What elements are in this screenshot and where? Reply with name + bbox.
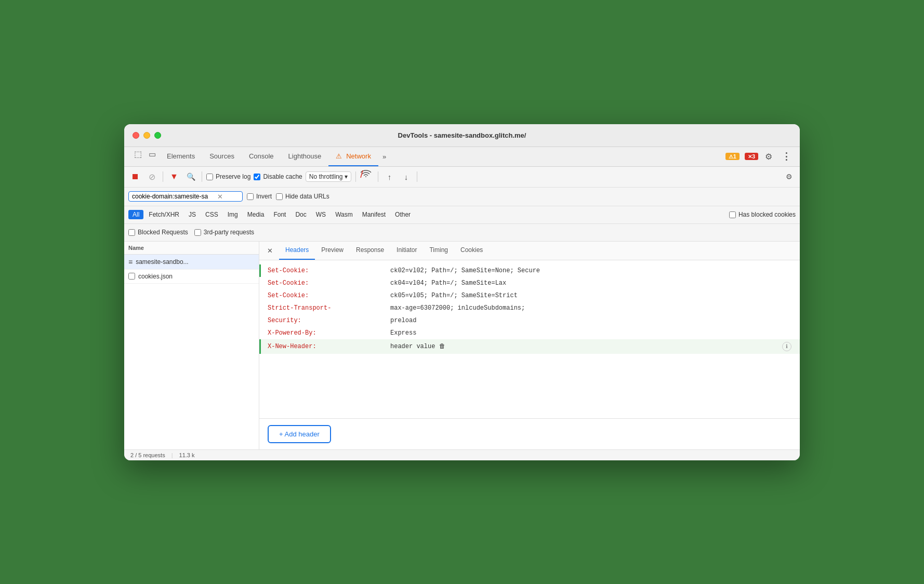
hide-data-urls-label[interactable]: Hide data URLs bbox=[276, 193, 329, 200]
header-row-sts-1: Strict-Transport- max-age=63072000; inlc… bbox=[259, 302, 800, 314]
type-btn-doc[interactable]: Doc bbox=[291, 210, 310, 219]
download-icon[interactable]: ↓ bbox=[399, 170, 413, 183]
network-settings-icon[interactable]: ⚙ bbox=[782, 170, 796, 183]
header-row-set-cookie-2: Set-Cookie: ck04=vl04; Path=/; SameSite=… bbox=[259, 277, 800, 289]
transfer-size: 11.3 k bbox=[179, 452, 195, 458]
wifi-icon[interactable] bbox=[360, 170, 374, 183]
hide-data-urls-text: Hide data URLs bbox=[285, 193, 329, 200]
devtools-window: DevTools - samesite-sandbox.glitch.me/ ⬚… bbox=[124, 124, 800, 460]
toolbar-sep-3 bbox=[355, 171, 356, 182]
tab-console-label: Console bbox=[249, 152, 274, 160]
type-btn-ws[interactable]: WS bbox=[312, 210, 330, 219]
invert-checkbox[interactable] bbox=[247, 193, 254, 200]
type-btn-media[interactable]: Media bbox=[243, 210, 269, 219]
extra-filters: Blocked Requests 3rd-party requests bbox=[124, 224, 800, 242]
filter-input-wrap: ✕ bbox=[128, 191, 243, 202]
file-checkbox-cookies[interactable] bbox=[128, 273, 135, 280]
file-item-samesite[interactable]: ≡ samesite-sandbo... bbox=[124, 255, 259, 270]
maximize-button[interactable] bbox=[154, 132, 161, 139]
has-blocked-cookies-label[interactable]: Has blocked cookies bbox=[729, 211, 796, 218]
throttle-select[interactable]: No throttling ▾ bbox=[306, 171, 352, 182]
more-icon[interactable]: ⋮ bbox=[779, 149, 794, 164]
type-btn-fetch-xhr[interactable]: Fetch/XHR bbox=[144, 210, 183, 219]
detail-tab-response[interactable]: Response bbox=[350, 242, 390, 260]
third-party-label[interactable]: 3rd-party requests bbox=[194, 229, 254, 236]
header-value-sts-1: max-age=63072000; inlcudeSubdomains; bbox=[390, 304, 525, 312]
mobile-icon[interactable]: ▭ bbox=[145, 147, 160, 162]
filter-clear-button[interactable]: ✕ bbox=[217, 193, 223, 200]
type-btn-js[interactable]: JS bbox=[184, 210, 200, 219]
file-item-cookies[interactable]: cookies.json bbox=[124, 270, 259, 284]
disable-cache-checkbox[interactable] bbox=[254, 174, 260, 180]
preserve-log-checkbox[interactable] bbox=[206, 174, 213, 180]
upload-icon[interactable]: ↑ bbox=[382, 170, 396, 183]
header-name-sts-2: Security: bbox=[268, 317, 382, 324]
header-value-set-cookie-2: ck04=vl04; Path=/; SameSite=Lax bbox=[390, 280, 506, 287]
traffic-lights bbox=[133, 132, 161, 139]
header-name-set-cookie-3: Set-Cookie: bbox=[268, 292, 382, 299]
preserve-log-label[interactable]: Preserve log bbox=[206, 173, 250, 180]
type-btn-wasm[interactable]: Wasm bbox=[331, 210, 357, 219]
header-value-x-new-header: header value 🗑 bbox=[390, 342, 445, 350]
blocked-requests-checkbox[interactable] bbox=[128, 229, 135, 236]
header-row-set-cookie-1: Set-Cookie: ck02=vl02; Path=/; SameSite=… bbox=[259, 264, 800, 277]
tab-bar: ⬚ ▭ Elements Sources Console Lighthouse … bbox=[124, 147, 800, 167]
third-party-text: 3rd-party requests bbox=[204, 229, 254, 236]
has-blocked-cookies-text: Has blocked cookies bbox=[738, 211, 796, 218]
invert-label[interactable]: Invert bbox=[247, 193, 272, 200]
tab-sources[interactable]: Sources bbox=[202, 147, 242, 166]
header-name-x-new-header: X-New-Header: bbox=[268, 343, 382, 350]
type-btn-css[interactable]: CSS bbox=[201, 210, 222, 219]
has-blocked-cookies-checkbox[interactable] bbox=[729, 211, 736, 218]
status-sep-1: | bbox=[171, 452, 173, 458]
detail-tab-cookies[interactable]: Cookies bbox=[454, 242, 489, 260]
header-value-set-cookie-1: ck02=vl02; Path=/; SameSite=None; Secure bbox=[390, 267, 540, 274]
type-btn-font[interactable]: Font bbox=[269, 210, 290, 219]
error-badge: ✕ 3 bbox=[745, 153, 758, 160]
disable-cache-label[interactable]: Disable cache bbox=[254, 173, 302, 180]
header-name-x-powered-by: X-Powered-By: bbox=[268, 329, 382, 337]
detail-tab-timing[interactable]: Timing bbox=[423, 242, 454, 260]
tab-network[interactable]: ⚠ Network bbox=[328, 147, 378, 166]
cursor-icon[interactable]: ⬚ bbox=[130, 147, 145, 162]
add-header-button[interactable]: + Add header bbox=[268, 425, 331, 443]
third-party-checkbox[interactable] bbox=[194, 229, 201, 236]
tab-elements[interactable]: Elements bbox=[160, 147, 202, 166]
header-info-icon[interactable]: ℹ bbox=[782, 342, 791, 351]
hide-data-urls-checkbox[interactable] bbox=[276, 193, 283, 200]
detail-close-button[interactable]: ✕ bbox=[263, 244, 276, 257]
detail-tab-preview[interactable]: Preview bbox=[315, 242, 350, 260]
blocked-requests-text: Blocked Requests bbox=[138, 229, 188, 236]
disable-cache-text: Disable cache bbox=[263, 173, 302, 180]
minimize-button[interactable] bbox=[143, 132, 150, 139]
search-icon[interactable]: 🔍 bbox=[184, 170, 197, 183]
toolbar-sep-2 bbox=[202, 171, 202, 182]
header-name-set-cookie-2: Set-Cookie: bbox=[268, 280, 382, 287]
throttle-label: No throttling bbox=[309, 173, 343, 180]
tab-console[interactable]: Console bbox=[242, 147, 281, 166]
more-tabs-button[interactable]: » bbox=[378, 147, 390, 166]
filter-icon[interactable]: ▼ bbox=[167, 170, 181, 183]
blocked-requests-label[interactable]: Blocked Requests bbox=[128, 229, 188, 236]
main-content: Name ≡ samesite-sandbo... cookies.json ✕… bbox=[124, 242, 800, 449]
tab-lighthouse[interactable]: Lighthouse bbox=[281, 147, 329, 166]
settings-icon[interactable]: ⚙ bbox=[761, 149, 776, 164]
type-btn-other[interactable]: Other bbox=[391, 210, 415, 219]
tab-network-label: Network bbox=[346, 152, 371, 160]
detail-tab-initiator[interactable]: Initiator bbox=[390, 242, 423, 260]
header-name-set-cookie-1: Set-Cookie: bbox=[268, 267, 382, 274]
status-bar: 2 / 5 requests | 11.3 k bbox=[124, 449, 800, 460]
header-name-sts-1: Strict-Transport- bbox=[268, 304, 382, 312]
file-list: Name ≡ samesite-sandbo... cookies.json bbox=[124, 242, 259, 449]
filter-input[interactable] bbox=[132, 193, 215, 200]
clear-button[interactable]: ⊘ bbox=[145, 170, 159, 183]
type-btn-img[interactable]: Img bbox=[223, 210, 242, 219]
type-btn-manifest[interactable]: Manifest bbox=[358, 210, 390, 219]
type-filter-bar: All Fetch/XHR JS CSS Img Media Font Doc … bbox=[124, 206, 800, 224]
type-btn-all[interactable]: All bbox=[128, 210, 143, 219]
detail-tabs: ✕ Headers Preview Response Initiator Tim… bbox=[259, 242, 800, 260]
header-value-sts-2: preload bbox=[390, 317, 416, 324]
detail-tab-headers[interactable]: Headers bbox=[279, 242, 315, 260]
record-stop-button[interactable]: ⏹ bbox=[128, 170, 142, 183]
close-button[interactable] bbox=[133, 132, 139, 139]
